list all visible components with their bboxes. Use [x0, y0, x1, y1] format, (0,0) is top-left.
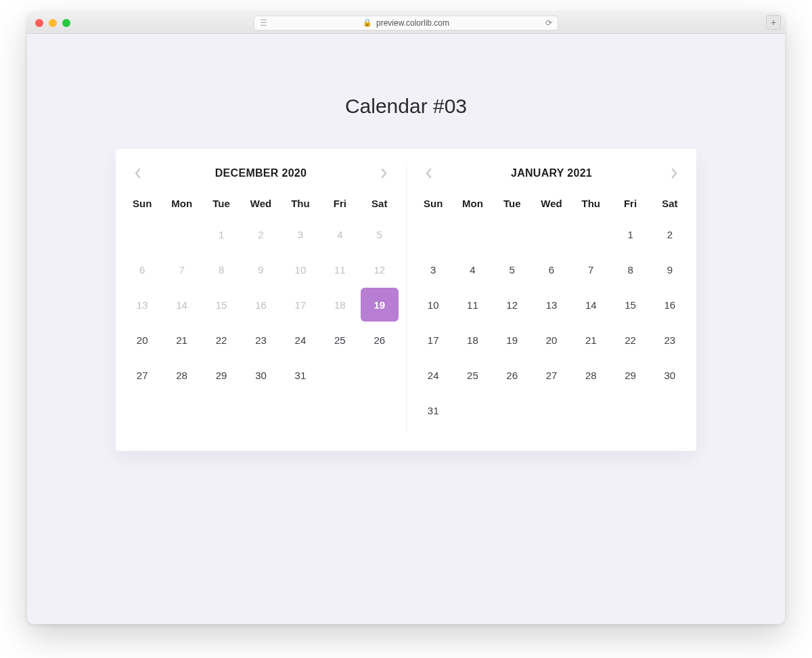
chevron-left-icon [134, 168, 141, 179]
calendar-day[interactable]: 6 [129, 256, 156, 283]
calendar-day[interactable]: 19 [499, 326, 526, 353]
calendar-day[interactable]: 21 [577, 326, 604, 353]
calendar-day[interactable]: 8 [617, 256, 644, 283]
page-title: Calendar #03 [27, 95, 785, 118]
empty-day [360, 357, 399, 393]
weekday-header: Sat [360, 190, 399, 217]
calendar-day[interactable]: 15 [208, 291, 235, 318]
browser-window: ☰ 🔒 preview.colorlib.com ⟳ + Calendar #0… [27, 12, 785, 624]
calendar-day[interactable]: 4 [326, 221, 353, 248]
empty-day [493, 217, 532, 252]
calendar-day[interactable]: 9 [247, 256, 274, 283]
calendar-day[interactable]: 27 [538, 361, 565, 389]
next-month-button[interactable] [376, 165, 392, 181]
weekday-header: Mon [162, 190, 201, 217]
calendar-day[interactable]: 17 [420, 326, 447, 353]
calendar-day[interactable]: 24 [287, 326, 314, 353]
minimize-window-button[interactable] [49, 19, 57, 27]
prev-month-button[interactable] [129, 165, 145, 181]
calendar-day[interactable]: 23 [247, 326, 274, 353]
calendar-day[interactable]: 25 [459, 361, 486, 389]
calendar-day[interactable]: 29 [208, 361, 235, 389]
address-bar[interactable]: ☰ 🔒 preview.colorlib.com ⟳ [254, 16, 558, 30]
calendar-day[interactable]: 7 [577, 256, 604, 283]
calendar-day[interactable]: 31 [420, 397, 447, 424]
calendar-day[interactable]: 30 [656, 361, 683, 389]
month-title: JANUARY 2021 [511, 167, 592, 179]
empty-day [650, 393, 690, 428]
empty-day [162, 217, 201, 252]
reload-icon[interactable]: ⟳ [545, 18, 552, 28]
calendar-month-left: DECEMBER 2020 SunMonTueWedThuFriSat 1234… [116, 162, 406, 432]
calendar-day[interactable]: 12 [366, 256, 393, 283]
calendar-day[interactable]: 16 [656, 291, 683, 318]
fullscreen-window-button[interactable] [62, 19, 70, 27]
prev-month-button[interactable] [420, 165, 436, 181]
weekday-header: Tue [202, 190, 241, 217]
calendar-day[interactable]: 28 [577, 361, 604, 389]
weekday-header: Wed [241, 190, 280, 217]
calendar-day[interactable]: 30 [247, 361, 274, 389]
calendar-day[interactable]: 25 [326, 326, 353, 353]
calendar-day[interactable]: 27 [129, 361, 156, 389]
calendar-day[interactable]: 21 [168, 326, 196, 353]
empty-day [413, 217, 453, 252]
calendar-day[interactable]: 14 [577, 291, 604, 318]
calendar-day[interactable]: 18 [326, 291, 353, 318]
address-url: preview.colorlib.com [376, 18, 449, 28]
calendar-day[interactable]: 26 [366, 326, 393, 353]
empty-day [122, 217, 162, 252]
calendar-day[interactable]: 22 [617, 326, 644, 353]
reader-mode-icon[interactable]: ☰ [260, 18, 267, 28]
calendar-day[interactable]: 12 [499, 291, 526, 318]
calendar-day[interactable]: 11 [326, 256, 353, 283]
calendar-day[interactable]: 15 [617, 291, 644, 318]
new-tab-button[interactable]: + [766, 15, 781, 30]
lock-icon: 🔒 [363, 18, 372, 27]
calendar-grid: SunMonTueWedThuFriSat 123456789101112131… [413, 190, 690, 428]
calendar-day[interactable]: 1 [208, 221, 235, 248]
calendar-day[interactable]: 13 [129, 291, 156, 318]
calendar-day-today[interactable]: 19 [361, 288, 399, 322]
calendar-day[interactable]: 14 [168, 291, 196, 318]
calendar-day[interactable]: 3 [287, 221, 314, 248]
calendar-day[interactable]: 28 [168, 361, 196, 389]
calendar-day[interactable]: 31 [287, 361, 314, 389]
calendar-day[interactable]: 1 [617, 221, 644, 248]
calendar-day[interactable]: 24 [420, 361, 447, 389]
calendar-day[interactable]: 29 [617, 361, 644, 389]
calendar-day[interactable]: 4 [459, 256, 486, 283]
calendar-day[interactable]: 8 [208, 256, 235, 283]
next-month-button[interactable] [667, 165, 683, 181]
empty-day [571, 393, 610, 428]
calendar-day[interactable]: 5 [366, 221, 393, 248]
weekday-header: Fri [320, 190, 359, 217]
calendar-day[interactable]: 11 [459, 291, 486, 318]
calendar-day[interactable]: 20 [538, 326, 565, 353]
calendar-day[interactable]: 5 [499, 256, 526, 283]
empty-day [493, 393, 532, 428]
calendar-day[interactable]: 9 [656, 256, 683, 283]
calendar-day[interactable]: 16 [247, 291, 274, 318]
calendar-day[interactable]: 2 [656, 221, 683, 248]
calendar-day[interactable]: 23 [656, 326, 683, 353]
calendar-day[interactable]: 6 [538, 256, 565, 283]
calendar-day[interactable]: 22 [208, 326, 235, 353]
calendar-day[interactable]: 10 [420, 291, 447, 318]
browser-titlebar: ☰ 🔒 preview.colorlib.com ⟳ + [27, 12, 785, 34]
empty-day [532, 393, 571, 428]
calendar-day[interactable]: 10 [287, 256, 314, 283]
weekday-header: Wed [532, 190, 571, 217]
calendar-day[interactable]: 13 [538, 291, 565, 318]
calendar-day[interactable]: 17 [287, 291, 314, 318]
calendar-day[interactable]: 20 [129, 326, 156, 353]
calendar-day[interactable]: 18 [459, 326, 486, 353]
month-title: DECEMBER 2020 [215, 167, 307, 179]
calendar-day[interactable]: 2 [247, 221, 274, 248]
calendar-day[interactable]: 3 [420, 256, 447, 283]
calendar-day[interactable]: 7 [168, 256, 196, 283]
empty-day [571, 217, 610, 252]
calendar-day[interactable]: 26 [499, 361, 526, 389]
close-window-button[interactable] [35, 19, 43, 27]
weekday-header: Thu [571, 190, 610, 217]
